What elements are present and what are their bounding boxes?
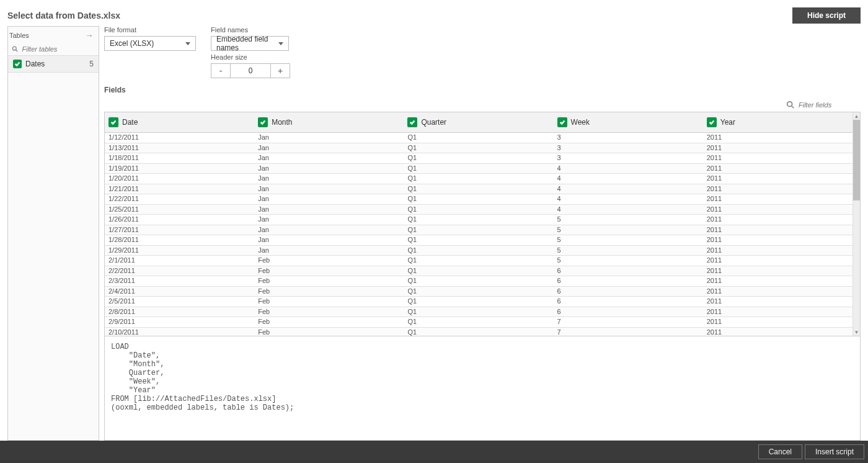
chevron-down-icon [278,42,283,45]
file-format-value: Excel (XLSX) [110,39,154,48]
cell: 1/13/2011 [105,143,254,153]
table-row[interactable]: 2/10/2011FebQ172011 [105,327,852,336]
checkbox-checked-icon[interactable] [707,117,717,127]
cell: 4 [554,163,703,174]
cancel-button[interactable]: Cancel [758,444,802,459]
cell: 6 [554,307,703,317]
cell: Jan [254,184,404,194]
cell: 4 [554,204,703,215]
cell: Q1 [404,307,553,317]
cell: Q1 [404,184,553,194]
cell: 2/3/2011 [105,276,254,287]
cell: Feb [254,317,404,328]
cell: 1/28/2011 [105,235,254,246]
vertical-scrollbar[interactable]: ▲ ▼ [852,112,860,336]
cell: 6 [554,286,703,297]
cell: 3 [554,143,703,153]
cell: 2011 [703,163,852,174]
tables-sidebar: Tables → Dates 5 [7,26,99,441]
cell: 1/18/2011 [105,153,254,164]
checkbox-checked-icon[interactable] [108,117,118,127]
cell: Q1 [404,194,553,205]
tables-filter-input[interactable] [22,45,95,53]
tables-filter[interactable] [8,43,99,55]
column-label: Quarter [421,118,446,127]
column-header[interactable]: Quarter [404,112,553,133]
header-size-minus-button[interactable]: - [211,63,231,78]
checkbox-checked-icon[interactable] [557,117,567,127]
table-row[interactable]: 1/27/2011JanQ152011 [105,225,852,235]
column-header[interactable]: Date [105,112,254,133]
cell: Q1 [404,297,553,307]
footer-bar: Cancel Insert script [0,441,868,463]
cell: Q1 [404,143,553,153]
table-row[interactable]: 1/20/2011JanQ142011 [105,174,852,184]
column-label: Date [122,118,138,127]
scrollbar-thumb[interactable] [853,120,860,200]
table-row[interactable]: 1/28/2011JanQ152011 [105,235,852,246]
header-size-plus-button[interactable]: + [270,63,290,78]
cell: 1/25/2011 [105,204,254,215]
cell: Q1 [404,276,553,287]
cell: 1/29/2011 [105,245,254,256]
cell: Q1 [404,235,553,246]
checkbox-checked-icon[interactable] [258,117,268,127]
table-row[interactable]: 1/12/2011JanQ132011 [105,133,852,143]
cell: Jan [254,194,404,205]
cell: 2011 [703,327,852,336]
file-format-select[interactable]: Excel (XLSX) [104,36,196,51]
table-row[interactable]: 1/22/2011JanQ142011 [105,194,852,205]
table-row[interactable]: 1/29/2011JanQ152011 [105,245,852,256]
checkbox-checked-icon[interactable] [13,60,22,68]
cell: 4 [554,184,703,194]
cell: Jan [254,143,404,153]
table-row[interactable]: 2/8/2011FebQ162011 [105,307,852,317]
table-row[interactable]: 1/26/2011JanQ152011 [105,215,852,225]
table-row[interactable]: 1/25/2011JanQ142011 [105,204,852,215]
fields-filter-input[interactable] [799,101,848,109]
arrow-right-icon[interactable]: → [85,30,94,40]
cell: Q1 [404,317,553,328]
chevron-down-icon [185,42,190,45]
cell: Jan [254,153,404,164]
column-header[interactable]: Year [703,112,852,133]
scroll-down-icon[interactable]: ▼ [853,328,860,336]
cell: Feb [254,327,404,336]
table-row[interactable]: 2/3/2011FebQ162011 [105,276,852,287]
table-row[interactable]: 1/21/2011JanQ142011 [105,184,852,194]
insert-script-button[interactable]: Insert script [805,444,864,459]
checkbox-checked-icon[interactable] [407,117,417,127]
cell: Feb [254,297,404,307]
column-header[interactable]: Month [254,112,404,133]
table-row[interactable]: 1/18/2011JanQ132011 [105,153,852,164]
table-row[interactable]: 2/5/2011FebQ162011 [105,297,852,307]
table-row[interactable]: 2/9/2011FebQ172011 [105,317,852,328]
table-row[interactable]: 1/19/2011JanQ142011 [105,163,852,174]
cell: 1/22/2011 [105,194,254,205]
table-row[interactable]: 2/2/2011FebQ162011 [105,266,852,276]
tables-label: Tables [8,32,29,39]
cell: 2/4/2011 [105,286,254,297]
cell: Jan [254,133,404,143]
header-size-stepper: - 0 + [211,63,290,78]
cell: 2011 [703,215,852,225]
column-header[interactable]: Week [554,112,703,133]
table-row[interactable]: 2/4/2011FebQ162011 [105,286,852,297]
table-row[interactable]: 2/1/2011FebQ152011 [105,256,852,266]
cell: Q1 [404,286,553,297]
cell: Jan [254,225,404,235]
hide-script-button[interactable]: Hide script [792,7,861,24]
table-row[interactable]: 1/13/2011JanQ132011 [105,143,852,153]
cell: 5 [554,235,703,246]
scroll-up-icon[interactable]: ▲ [853,112,860,120]
script-preview: LOAD "Date", "Month", Quarter, "Week", "… [104,336,861,441]
cell: Jan [254,235,404,246]
cell: 2011 [703,286,852,297]
cell: 2011 [703,297,852,307]
cell: Jan [254,204,404,215]
field-names-select[interactable]: Embedded field names [211,36,289,51]
cell: 1/20/2011 [105,174,254,184]
cell: 2/10/2011 [105,327,254,336]
cell: 2/5/2011 [105,297,254,307]
table-item-dates[interactable]: Dates 5 [8,55,99,73]
